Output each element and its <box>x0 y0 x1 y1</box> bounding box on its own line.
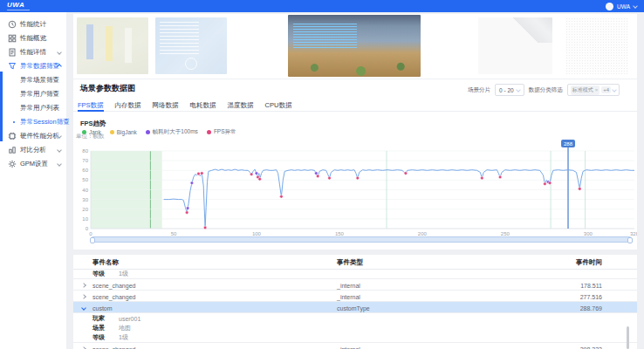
svg-text:328: 328 <box>630 231 637 236</box>
svg-text:288: 288 <box>564 141 573 147</box>
scene-thumbnail-current[interactable] <box>288 15 421 77</box>
chevron-down-icon <box>516 87 521 92</box>
detail-value: 1级 <box>119 333 128 342</box>
svg-text:20: 20 <box>82 207 88 212</box>
sidebar-item-5[interactable]: 异常用户筛查 <box>0 87 66 101</box>
scene-slice-value: 0 - 20 <box>499 87 514 93</box>
expand-chevron-icon[interactable] <box>81 294 86 299</box>
detail-label: 场景 <box>92 324 105 332</box>
expand-chevron-icon[interactable] <box>81 283 86 288</box>
avatar[interactable] <box>606 3 613 10</box>
sidebar-item-label: 硬件性能分析 <box>20 132 59 140</box>
sidebar-item-label: 性能概览 <box>20 34 46 43</box>
table-scrollbar[interactable] <box>627 326 629 349</box>
legend-item[interactable]: FPS异常 <box>207 128 236 136</box>
scene-thumbnail-4[interactable] <box>478 17 552 74</box>
detail-label: 等级 <box>92 270 105 278</box>
chart-title: FPS趋势 <box>80 120 106 128</box>
uwa-logo-text: UWA <box>7 2 30 9</box>
close-icon[interactable]: × <box>595 87 599 92</box>
svg-text:10: 10 <box>82 216 88 222</box>
sidebar-item-1[interactable]: 性能概览 <box>0 31 66 45</box>
svg-text:30: 30 <box>82 197 88 202</box>
sidebar-item-6[interactable]: 异常用户列表 <box>0 101 66 115</box>
event-table-card: 事件名称 事件类型 事件时间 等级1级scene_changed_interna… <box>73 255 637 349</box>
column-event-name: 事件名称 <box>92 258 119 267</box>
chart-legend: JankBigJank帧耗时大于100msFPS异常 <box>82 128 236 136</box>
uwa-console: UWA UWA 性能统计性能概览性能详情异常数据筛查异常场景筛查异常用户筛查异常… <box>0 0 644 349</box>
svg-text:50: 50 <box>171 231 177 236</box>
category-tag-more[interactable]: +4 <box>601 86 611 93</box>
tab-4[interactable]: 温度数据 <box>228 99 254 112</box>
sidebar: 性能统计性能概览性能详情异常数据筛查异常场景筛查异常用户筛查异常用户列表异常Se… <box>0 12 66 349</box>
sidebar-item-label: 对比分析 <box>20 146 46 154</box>
svg-text:100: 100 <box>252 231 262 236</box>
data-zoom-slider[interactable] <box>91 236 632 243</box>
svg-text:80: 80 <box>82 148 88 154</box>
chevron-down-icon <box>57 50 62 55</box>
tab-5[interactable]: CPU数据 <box>265 99 292 112</box>
legend-dot-icon <box>110 130 114 134</box>
svg-text:0: 0 <box>86 226 89 231</box>
uwa-logo[interactable]: UWA <box>7 2 30 10</box>
scene-thumbnail-2[interactable] <box>155 17 227 74</box>
svg-text:250: 250 <box>501 231 510 236</box>
event-type: _internal <box>337 282 360 288</box>
sidebar-item-label: 异常用户筛查 <box>20 90 59 99</box>
legend-item[interactable]: 帧耗时大于100ms <box>146 128 198 136</box>
scene-thumbnail-5[interactable] <box>565 17 628 74</box>
chevron-down-icon <box>612 87 617 92</box>
event-time: 277.516 <box>580 293 602 299</box>
chevron-down-icon <box>57 161 62 167</box>
detail-label: 等级 <box>92 333 105 342</box>
sidebar-item-9[interactable]: 对比分析 <box>0 143 66 157</box>
category-filter-select[interactable]: 标准模式 × +4 <box>567 84 620 96</box>
tab-2[interactable]: 网络数据 <box>153 99 179 112</box>
category-tag[interactable]: 标准模式 × <box>571 86 600 95</box>
event-row-scene_changed[interactable]: scene_changed_internal298.333 <box>73 343 637 349</box>
user-menu[interactable]: UWA <box>606 3 637 10</box>
scene-slice-select[interactable]: 0 - 20 <box>495 84 524 96</box>
sidebar-item-label: GPM设置 <box>20 160 48 168</box>
fps-trend-chart: 0102030405060708005010015020025030032828… <box>73 138 637 236</box>
selected-dot-icon <box>13 121 15 123</box>
expand-collapsechevron-icon[interactable] <box>81 305 86 311</box>
legend-dot-icon <box>146 130 150 134</box>
uwa-logo-tagline <box>7 10 30 10</box>
svg-text:300: 300 <box>584 231 593 236</box>
svg-text:60: 60 <box>82 168 88 173</box>
compare-icon <box>8 146 17 154</box>
legend-dot-icon <box>207 130 211 134</box>
event-detail-row: 场景地图 <box>73 323 637 332</box>
sidebar-item-label: 异常场景筛查 <box>20 76 59 85</box>
legend-item[interactable]: BigJank <box>110 129 137 135</box>
sidebar-item-7[interactable]: 异常Session筛查 <box>0 115 66 129</box>
event-name: custom <box>92 305 113 311</box>
sidebar-item-10[interactable]: GPM设置 <box>0 157 66 171</box>
event-type: _internal <box>337 346 360 349</box>
chevron-down-icon <box>57 147 62 153</box>
svg-text:200: 200 <box>418 231 428 236</box>
sidebar-item-label: 异常数据筛查 <box>20 62 59 71</box>
tab-3[interactable]: 电耗数据 <box>190 99 216 112</box>
event-name: scene_changed <box>92 282 135 288</box>
sidebar-item-3[interactable]: 异常数据筛查 <box>0 59 66 73</box>
tab-1[interactable]: 内存数据 <box>115 99 141 112</box>
scene-thumbnail-1[interactable] <box>77 17 148 74</box>
scene-slice-label: 场景分片 <box>468 86 490 94</box>
data-tabs: FPS数据内存数据网络数据电耗数据温度数据CPU数据 <box>73 99 637 112</box>
sidebar-item-8[interactable]: 硬件性能分析 <box>0 129 66 143</box>
event-time: 288.769 <box>580 305 602 311</box>
divider <box>73 79 637 79</box>
sidebar-item-0[interactable]: 性能统计 <box>0 17 66 31</box>
sidebar-item-2[interactable]: 性能详情 <box>0 45 66 59</box>
detail-label: 玩家 <box>92 314 105 323</box>
event-name: scene_changed <box>92 293 135 299</box>
sidebar-menu: 性能统计性能概览性能详情异常数据筛查异常场景筛查异常用户筛查异常用户列表异常Se… <box>0 17 66 171</box>
svg-text:40: 40 <box>82 188 88 193</box>
tab-0[interactable]: FPS数据 <box>78 99 104 112</box>
sidebar-item-4[interactable]: 异常场景筛查 <box>0 73 66 87</box>
sidebar-item-label: 异常用户列表 <box>20 104 59 113</box>
sidebar-item-label: 异常Session筛查 <box>20 118 70 127</box>
svg-text:0: 0 <box>89 231 92 236</box>
